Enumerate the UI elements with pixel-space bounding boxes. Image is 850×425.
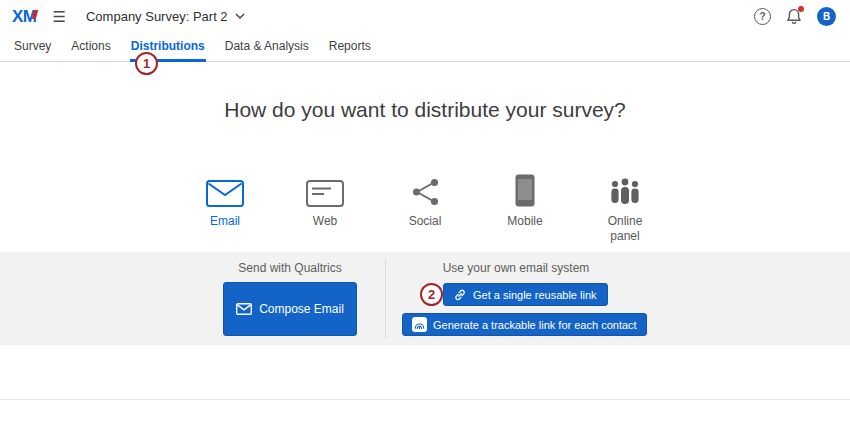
tab-survey[interactable]: Survey xyxy=(4,32,61,61)
send-with-qualtrics-label: Send with Qualtrics xyxy=(223,261,357,275)
web-browser-icon xyxy=(306,163,344,207)
survey-title: Company Survey: Part 2 xyxy=(86,9,228,24)
single-reusable-link-label: Get a single reusable link xyxy=(473,289,597,301)
annotation-step-2: 2 xyxy=(420,283,443,306)
section-divider xyxy=(385,259,386,338)
help-icon[interactable]: ? xyxy=(754,8,771,25)
xm-logo[interactable]: XM xyxy=(12,8,37,25)
channel-online-panel[interactable]: Online panel xyxy=(593,163,657,244)
compose-envelope-icon xyxy=(236,303,252,315)
channel-web[interactable]: Web xyxy=(293,163,357,244)
tab-actions[interactable]: Actions xyxy=(61,32,120,61)
trackable-link-button[interactable]: Generate a trackable link for each conta… xyxy=(402,313,647,336)
tab-distributions-label: Distributions xyxy=(131,39,205,53)
page-title: How do you want to distribute your surve… xyxy=(0,98,850,122)
notification-badge-dot xyxy=(798,6,804,12)
single-reusable-link-button[interactable]: Get a single reusable link xyxy=(443,283,608,306)
tab-data-analysis[interactable]: Data & Analysis xyxy=(215,32,319,61)
trackable-link-label: Generate a trackable link for each conta… xyxy=(433,319,637,331)
channel-mobile-label: Mobile xyxy=(507,214,542,229)
compose-email-button[interactable]: Compose Email xyxy=(223,282,357,336)
channel-social[interactable]: Social xyxy=(393,163,457,244)
annotation-step-1: 1 xyxy=(135,52,158,75)
top-bar: XM ☰ Company Survey: Part 2 ? B xyxy=(0,0,850,32)
compose-email-button-label: Compose Email xyxy=(259,302,344,316)
chevron-down-icon xyxy=(235,13,245,19)
notifications-bell-icon[interactable] xyxy=(786,8,802,25)
email-envelope-icon xyxy=(206,163,244,207)
channel-mobile[interactable]: Mobile xyxy=(493,163,557,244)
survey-title-dropdown[interactable]: Company Survey: Part 2 xyxy=(86,9,245,24)
tab-distributions[interactable]: Distributions xyxy=(121,32,215,61)
link-icon xyxy=(454,289,466,301)
own-email-system-label: Use your own email system xyxy=(408,261,624,275)
qualtrics-distributions-page: XM ☰ Company Survey: Part 2 ? B Survey A… xyxy=(0,0,850,425)
social-share-icon xyxy=(410,163,441,207)
project-nav-tabs: Survey Actions Distributions Data & Anal… xyxy=(0,32,850,62)
bottom-divider xyxy=(0,399,850,400)
logo-x: X xyxy=(12,7,23,26)
topbar-actions: ? B xyxy=(754,7,836,26)
user-avatar[interactable]: B xyxy=(817,7,836,26)
channel-web-label: Web xyxy=(313,214,337,229)
hamburger-menu-icon[interactable]: ☰ xyxy=(53,9,66,24)
fingerprint-icon xyxy=(412,317,427,332)
distribution-channels: Email Web Social xyxy=(0,163,850,244)
channel-online-panel-label: Online panel xyxy=(593,214,657,244)
channel-email-label: Email xyxy=(210,214,240,229)
tab-reports[interactable]: Reports xyxy=(319,32,381,61)
channel-email[interactable]: Email xyxy=(193,163,257,244)
online-panel-people-icon xyxy=(608,163,642,207)
mobile-phone-icon xyxy=(515,163,535,207)
channel-social-label: Social xyxy=(409,214,442,229)
